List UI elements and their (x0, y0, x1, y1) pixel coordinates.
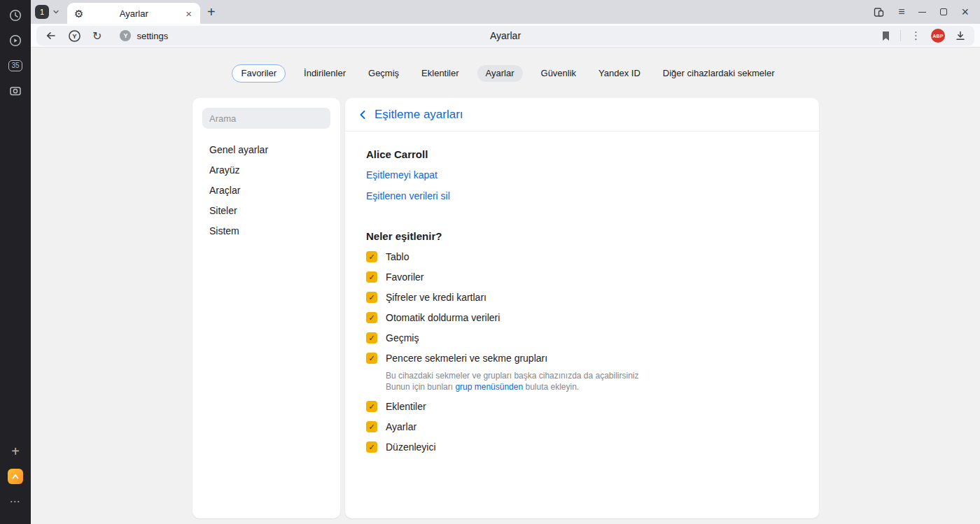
close-window-button[interactable]: × (961, 6, 969, 18)
check-icon: ✓ (368, 444, 374, 451)
nav-left-group: Y ↻ Y settings (45, 29, 168, 43)
sync-item-eklentiler[interactable]: ✓ Eklentiler (366, 399, 798, 413)
bookmark-icon[interactable] (881, 31, 890, 41)
checkbox-checked[interactable]: ✓ (366, 271, 377, 283)
new-tab-button[interactable]: + (207, 5, 216, 19)
panels-icon[interactable] (874, 7, 884, 17)
plus-icon: + (11, 444, 20, 458)
maximize-button[interactable] (940, 8, 947, 15)
tab-counter[interactable]: 1 (35, 5, 49, 19)
sync-item-pencere-sekmeleri[interactable]: ✓ Pencere sekmeleri ve sekme grupları (366, 351, 798, 365)
page-title: Ayarlar (36, 30, 974, 41)
disable-sync-link[interactable]: Eşitlemeyi kapat (366, 169, 438, 181)
sync-items: ✓ Tablo ✓ Favoriler ✓ Şifreler ve kredi … (366, 250, 798, 454)
yandex-app-icon[interactable] (6, 467, 25, 486)
nav-indirilenler[interactable]: İndirilenler (300, 65, 350, 82)
back-button[interactable] (45, 30, 57, 41)
video-play-icon[interactable] (6, 31, 25, 50)
nav-ayarlar[interactable]: Ayarlar (477, 65, 523, 82)
sync-section-title: Neler eşitlenir? (366, 230, 798, 242)
ellipsis-icon: ⋯ (10, 495, 22, 508)
checkbox-checked[interactable]: ✓ (366, 332, 377, 344)
address-field[interactable]: Y settings (120, 30, 168, 41)
window-controls: ≡ × (874, 6, 980, 18)
minimize-button[interactable] (918, 12, 926, 13)
sync-item-gecmis[interactable]: ✓ Geçmiş (366, 331, 798, 345)
maximize-icon (940, 8, 947, 15)
checkbox-checked[interactable]: ✓ (366, 251, 377, 262)
tab-bar: 1 ⚙ Ayarlar × + ≡ × (31, 0, 980, 24)
reload-button[interactable]: ↻ (92, 29, 102, 43)
sync-item-pencere-sekmeleri-block: ✓ Pencere sekmeleri ve sekme grupları Bu… (366, 351, 798, 392)
menu-item-araclar[interactable]: Araçlar (202, 180, 330, 201)
nav-guvenlik[interactable]: Güvenlik (537, 65, 581, 82)
settings-page: Favoriler İndirilenler Geçmiş Eklentiler… (31, 48, 980, 524)
sync-item-tablo[interactable]: ✓ Tablo (366, 250, 798, 264)
settings-menu-list: Genel ayarlar Arayüz Araçlar Siteler Sis… (202, 140, 330, 241)
account-name: Alice Carroll (366, 148, 798, 160)
checkbox-checked[interactable]: ✓ (366, 421, 377, 432)
sync-item-otomatik-doldurma[interactable]: ✓ Otomatik doldurma verileri (366, 311, 798, 325)
settings-search-input[interactable] (202, 108, 330, 129)
nav-diger-cihazlar[interactable]: Diğer cihazlardaki sekmeler (659, 65, 779, 82)
sync-item-duzenleyici[interactable]: ✓ Düzenleyici (366, 440, 798, 454)
check-icon: ✓ (368, 403, 374, 411)
yandex-search-icon[interactable]: Y (68, 29, 81, 43)
rail-more-button[interactable]: ⋯ (6, 492, 25, 511)
check-icon: ✓ (368, 314, 374, 322)
add-panel-button[interactable]: + (6, 441, 25, 461)
nav-favoriler[interactable]: Favoriler (232, 64, 286, 83)
adblock-badge[interactable]: ABP (931, 29, 945, 43)
sync-item-sifreler[interactable]: ✓ Şifreler ve kredi kartları (366, 290, 798, 304)
sync-item-description: Bu cihazdaki sekmeler ve grupları başka … (386, 370, 798, 392)
sync-item-favoriler[interactable]: ✓ Favoriler (366, 270, 798, 284)
nav-eklentiler[interactable]: Eklentiler (417, 65, 463, 82)
url-text: settings (136, 31, 168, 41)
check-icon: ✓ (368, 294, 374, 302)
delete-synced-data-link[interactable]: Eşitlenen verileri sil (366, 190, 450, 202)
check-icon: ✓ (368, 274, 374, 281)
tab-list-chevron-icon[interactable] (51, 7, 61, 17)
svg-text:Y: Y (72, 32, 77, 40)
site-favicon: Y (120, 30, 131, 41)
active-tab[interactable]: ⚙ Ayarlar × (67, 3, 200, 24)
sync-settings-title: Eşitleme ayarları (374, 108, 463, 122)
menu-item-siteler[interactable]: Siteler (202, 201, 330, 221)
omnibox: Y ↻ Y settings Ayarlar ⋮ ABP (36, 26, 974, 45)
check-icon: ✓ (368, 334, 374, 342)
history-clock-icon[interactable] (6, 6, 25, 25)
nav-right-group: ⋮ ABP (881, 29, 966, 43)
screenshot-camera-icon[interactable] (6, 81, 25, 101)
browser-menu-icon[interactable]: ≡ (898, 6, 904, 18)
navigation-row: Y ↻ Y settings Ayarlar ⋮ ABP (31, 24, 980, 48)
description-line-2: Bunun için bunları grup menüsünden bulut… (386, 381, 798, 392)
checkbox-checked[interactable]: ✓ (366, 292, 377, 303)
menu-item-arayuz[interactable]: Arayüz (202, 160, 330, 180)
extensions-menu-icon[interactable]: ⋮ (911, 29, 921, 42)
gear-icon: ⚙ (74, 8, 83, 19)
settings-top-nav: Favoriler İndirilenler Geçmiş Eklentiler… (31, 64, 980, 83)
sync-settings-card: Eşitleme ayarları Alice Carroll Eşitleme… (345, 98, 819, 518)
tab-close-icon[interactable]: × (184, 8, 193, 20)
checkbox-checked[interactable]: ✓ (366, 401, 377, 412)
check-icon: ✓ (368, 355, 374, 362)
checkbox-checked[interactable]: ✓ (366, 441, 377, 453)
nav-yandex-id[interactable]: Yandex ID (594, 65, 645, 82)
tab-count-badge[interactable]: 35 (6, 56, 25, 76)
minimize-icon (918, 12, 926, 13)
menu-item-genel-ayarlar[interactable]: Genel ayarlar (202, 140, 330, 160)
downloads-icon[interactable] (955, 30, 966, 41)
checkbox-checked[interactable]: ✓ (366, 353, 377, 364)
menu-item-sistem[interactable]: Sistem (202, 221, 330, 241)
sync-settings-header[interactable]: Eşitleme ayarları (345, 98, 819, 132)
sync-item-ayarlar[interactable]: ✓ Ayarlar (366, 420, 798, 434)
checkbox-checked[interactable]: ✓ (366, 312, 377, 323)
check-icon: ✓ (368, 423, 374, 431)
nav-gecmis[interactable]: Geçmiş (364, 65, 403, 82)
tab-title: Ayarlar (83, 8, 184, 19)
sync-settings-body: Alice Carroll Eşitlemeyi kapat Eşitlenen… (345, 132, 819, 454)
group-menu-link[interactable]: grup menüsünden (455, 382, 523, 392)
settings-menu-card: Genel ayarlar Arayüz Araçlar Siteler Sis… (192, 98, 340, 518)
toolbar-divider (900, 30, 901, 41)
side-rail: 35 + ⋯ (0, 0, 31, 524)
